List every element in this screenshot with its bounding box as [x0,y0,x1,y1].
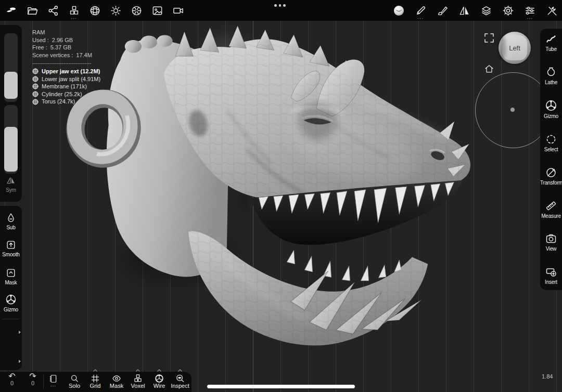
tool-measure[interactable]: Measure [540,200,562,219]
tool-smooth[interactable]: Smooth [0,239,22,257]
camera-video-button[interactable] [172,4,184,17]
symmetry-label: Sym [0,187,22,193]
ram-used-label: Used : [32,37,49,43]
ram-free-label: Free : [32,44,47,50]
insert-plus-icon [545,266,557,278]
ruler-icon [545,200,557,212]
layers-button[interactable] [480,4,492,17]
nomad-logo-icon [5,5,18,16]
intensity-slider[interactable] [4,105,18,174]
redo-count: 0 [31,381,34,386]
paint-button[interactable] [436,4,449,17]
voxel-remesh-button[interactable]: ··· [68,4,80,17]
tool-tube[interactable]: Tube [540,33,562,52]
toggle-mask[interactable]: Mask [106,372,127,392]
stylus-button[interactable]: ··· [414,4,427,17]
paint-brush-icon [437,5,449,17]
submenu-caret-icon [177,369,183,372]
mirror-icon [458,5,470,17]
aperture-icon [131,5,143,17]
history-more-dots: ··· [50,383,56,389]
image-icon [151,5,163,17]
sun-icon [110,5,122,17]
lathe-vase-icon [545,66,557,79]
files-button[interactable] [26,4,39,17]
swatch-more-arrow [19,360,21,363]
symmetry-button[interactable] [458,4,470,17]
scene-layer-item: Cylinder (25.2k) [32,90,100,98]
top-toolbar-left: ··· [5,0,184,21]
more-options-dots: ··· [527,17,533,20]
settings-button[interactable] [502,4,514,17]
tool-lathe[interactable]: Lathe [540,66,562,85]
scene-vertices-value: 17.4M [76,52,92,58]
multitask-indicator[interactable] [274,4,286,7]
square-arrow-up-icon [5,239,17,251]
tool-sub[interactable]: Sub [0,212,22,230]
tool-select[interactable]: Select [540,133,562,152]
redo-button[interactable]: ↷ 0 [24,372,42,392]
tool-gizmo-left[interactable]: Gizmo [0,293,22,312]
lighting-button[interactable] [109,4,122,17]
nomad-logo[interactable] [5,4,18,17]
radius-slider-thumb[interactable] [4,72,18,99]
tool-transform[interactable]: Transform [540,166,562,186]
wireframe-sphere-icon [154,373,164,384]
material-button[interactable] [392,4,405,17]
view-cube-face[interactable]: Left [502,35,527,60]
bottom-bar-divider [43,375,44,389]
toggle-wire[interactable]: Wire [149,372,170,392]
tool-label: Select [540,147,562,152]
history-button[interactable]: ··· [45,372,61,392]
toggle-solo[interactable]: Solo [64,372,85,392]
submenu-caret-icon [157,369,162,372]
scale-readout: 1.84 [542,373,553,380]
scene-layer-item: Lower jaw split (4.91M) [32,75,100,83]
video-camera-icon [172,5,184,17]
mesh-sphere-icon [32,68,39,74]
render-button[interactable] [130,4,143,17]
toggle-label: Wire [154,383,165,389]
brush-preview-more-arrow [19,331,21,334]
interface-button[interactable]: ··· [523,4,536,17]
symmetry-toggle[interactable]: Sym [0,175,22,193]
tool-label: Mask [0,280,22,285]
scene-layer-label: Membrane (171k) [42,83,87,90]
intensity-slider-thumb[interactable] [4,127,18,172]
toggle-label: Mask [110,383,123,389]
mesh-sphere-icon [32,83,39,89]
view-cube-label: Left [509,44,520,52]
gizmo-orb-icon [544,99,558,112]
view-cube[interactable]: Left [499,32,531,64]
image-button[interactable] [151,4,163,17]
topology-button[interactable] [88,4,101,17]
left-tool-panel: Sub Smooth Mask Gizmo [0,206,22,370]
panel-divider [3,319,19,319]
toggle-label: Solo [69,383,80,389]
radius-slider[interactable] [4,33,18,102]
stats-divider: ---------------------------------- [32,60,100,67]
scene-layer-label: Cylinder (25.2k) [42,90,82,98]
toggle-inspect[interactable]: Inspect [169,372,191,392]
scene-vertices-label: Scene vertices : [32,52,73,58]
tube-icon [545,33,557,45]
misc-tools-button[interactable] [545,4,558,17]
tool-view[interactable]: View [540,232,562,252]
tool-label: Gizmo [0,307,22,312]
toggle-grid[interactable]: Grid [85,372,106,392]
scene-graph-button[interactable] [47,4,59,17]
tool-gizmo[interactable]: Gizmo [540,99,562,119]
tool-label: Transform [540,180,562,186]
toggle-label: Voxel [131,383,145,389]
toggle-voxel[interactable]: Voxel [127,372,148,392]
home-indicator[interactable] [207,385,355,388]
tool-mask[interactable]: Mask [0,267,22,285]
tool-label: Lathe [540,80,562,85]
tool-label: Insert [540,279,562,285]
submenu-caret-icon [93,369,98,372]
undo-button[interactable]: ↶ 0 [3,372,21,392]
tool-insert[interactable]: Insert [540,266,562,285]
pencil-icon [415,5,427,17]
voxel-cubes-icon [133,373,143,384]
ram-free-value: 5.37 GB [50,44,71,50]
